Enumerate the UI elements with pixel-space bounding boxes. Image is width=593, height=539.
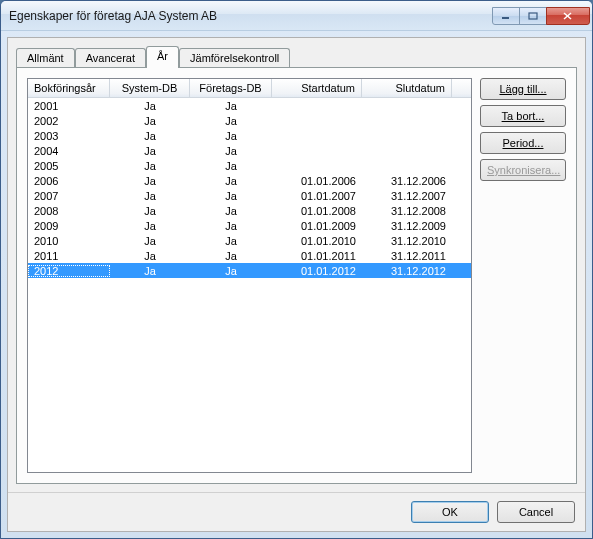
col-header-startdate[interactable]: Startdatum — [272, 79, 362, 97]
bottom-bar: OK Cancel — [8, 492, 585, 531]
table-header: Bokföringsår System-DB Företags-DB Start… — [28, 79, 471, 98]
table-cell: 2012 — [28, 265, 110, 277]
table-cell: 2007 — [28, 190, 110, 202]
table-row[interactable]: 2008JaJa01.01.200831.12.2008 — [28, 203, 471, 218]
table-cell: Ja — [190, 100, 272, 112]
tab-panel-years: Bokföringsår System-DB Företags-DB Start… — [16, 67, 577, 484]
table-cell: 2010 — [28, 235, 110, 247]
table-cell: 2004 — [28, 145, 110, 157]
table-cell: Ja — [190, 235, 272, 247]
tab-avancerat[interactable]: Avancerat — [75, 48, 146, 67]
col-header-year[interactable]: Bokföringsår — [28, 79, 110, 97]
table-cell: 01.01.2009 — [272, 220, 362, 232]
table-cell: 01.01.2008 — [272, 205, 362, 217]
table-row[interactable]: 2011JaJa01.01.201131.12.2011 — [28, 248, 471, 263]
minimize-icon — [501, 12, 511, 20]
table-cell: 31.12.2009 — [362, 220, 452, 232]
table-cell: 31.12.2006 — [362, 175, 452, 187]
dialog-window: Egenskaper för företag AJA System AB All… — [0, 0, 593, 539]
table-cell: 01.01.2011 — [272, 250, 362, 262]
table-cell: 31.12.2012 — [362, 265, 452, 277]
table-cell: Ja — [110, 190, 190, 202]
titlebar[interactable]: Egenskaper för företag AJA System AB — [1, 1, 592, 31]
table-cell: 2006 — [28, 175, 110, 187]
side-buttons: Lägg till... Ta bort... Period... Synkro… — [480, 78, 566, 473]
close-button[interactable] — [546, 7, 590, 25]
table-cell: 2009 — [28, 220, 110, 232]
table-cell: 2003 — [28, 130, 110, 142]
table-cell: Ja — [110, 235, 190, 247]
client-area: AllmäntAvanceratÅrJämförelsekontroll Bok… — [7, 37, 586, 532]
svg-rect-0 — [502, 17, 509, 19]
ok-button[interactable]: OK — [411, 501, 489, 523]
table-cell: 01.01.2006 — [272, 175, 362, 187]
tab-år[interactable]: År — [146, 46, 179, 68]
remove-button[interactable]: Ta bort... — [480, 105, 566, 127]
table-cell: Ja — [110, 115, 190, 127]
table-row[interactable]: 2003JaJa — [28, 128, 471, 143]
tabs-strip: AllmäntAvanceratÅrJämförelsekontroll — [16, 46, 577, 67]
table-cell: Ja — [110, 250, 190, 262]
maximize-button[interactable] — [519, 7, 547, 25]
table-row[interactable]: 2010JaJa01.01.201031.12.2010 — [28, 233, 471, 248]
add-button[interactable]: Lägg till... — [480, 78, 566, 100]
table-cell: Ja — [190, 115, 272, 127]
table-cell: Ja — [190, 145, 272, 157]
table-cell: 2005 — [28, 160, 110, 172]
table-cell: 2001 — [28, 100, 110, 112]
years-table[interactable]: Bokföringsår System-DB Företags-DB Start… — [27, 78, 472, 473]
table-row[interactable]: 2009JaJa01.01.200931.12.2009 — [28, 218, 471, 233]
period-button[interactable]: Period... — [480, 132, 566, 154]
table-cell: 01.01.2012 — [272, 265, 362, 277]
table-cell: Ja — [190, 130, 272, 142]
window-title: Egenskaper för företag AJA System AB — [9, 9, 493, 23]
table-cell: Ja — [110, 220, 190, 232]
table-cell: Ja — [190, 205, 272, 217]
sync-button: Synkronisera... — [480, 159, 566, 181]
table-cell: Ja — [190, 175, 272, 187]
table-cell: Ja — [110, 205, 190, 217]
tab-allmänt[interactable]: Allmänt — [16, 48, 75, 67]
col-header-enddate[interactable]: Slutdatum — [362, 79, 452, 97]
table-row[interactable]: 2006JaJa01.01.200631.12.2006 — [28, 173, 471, 188]
table-cell: 31.12.2008 — [362, 205, 452, 217]
table-row[interactable]: 2005JaJa — [28, 158, 471, 173]
table-row[interactable]: 2002JaJa — [28, 113, 471, 128]
table-row[interactable]: 2001JaJa — [28, 98, 471, 113]
cancel-button[interactable]: Cancel — [497, 501, 575, 523]
table-row[interactable]: 2004JaJa — [28, 143, 471, 158]
table-cell: 31.12.2010 — [362, 235, 452, 247]
table-cell: 31.12.2007 — [362, 190, 452, 202]
close-icon — [563, 12, 573, 20]
col-header-companydb[interactable]: Företags-DB — [190, 79, 272, 97]
table-row[interactable]: 2012JaJa01.01.201231.12.2012 — [28, 263, 471, 278]
table-cell: 2011 — [28, 250, 110, 262]
table-cell: Ja — [190, 160, 272, 172]
table-cell: 01.01.2007 — [272, 190, 362, 202]
table-cell: Ja — [110, 145, 190, 157]
table-cell: 01.01.2010 — [272, 235, 362, 247]
window-controls — [493, 7, 590, 25]
table-cell: 2002 — [28, 115, 110, 127]
tab-jämförelsekontroll[interactable]: Jämförelsekontroll — [179, 48, 290, 67]
table-cell: Ja — [110, 160, 190, 172]
table-row[interactable]: 2007JaJa01.01.200731.12.2007 — [28, 188, 471, 203]
table-cell: Ja — [110, 175, 190, 187]
table-cell: Ja — [190, 265, 272, 277]
table-cell: Ja — [190, 250, 272, 262]
maximize-icon — [528, 12, 538, 20]
table-cell: Ja — [110, 130, 190, 142]
table-cell: 31.12.2011 — [362, 250, 452, 262]
table-cell: Ja — [190, 220, 272, 232]
table-cell: Ja — [110, 100, 190, 112]
table-cell: Ja — [190, 190, 272, 202]
svg-rect-1 — [529, 13, 537, 19]
table-cell: Ja — [110, 265, 190, 277]
table-body[interactable]: 2001JaJa2002JaJa2003JaJa2004JaJa2005JaJa… — [28, 98, 471, 472]
table-cell: 2008 — [28, 205, 110, 217]
col-header-systemdb[interactable]: System-DB — [110, 79, 190, 97]
minimize-button[interactable] — [492, 7, 520, 25]
